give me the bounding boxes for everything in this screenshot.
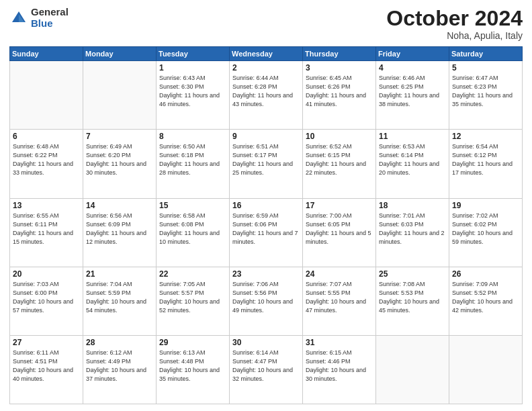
day-number: 7 — [86, 132, 153, 141]
day-cell: 31Sunrise: 6:15 AMSunset: 4:46 PMDayligh… — [303, 335, 376, 404]
day-info: Sunrise: 6:49 AMSunset: 6:20 PMDaylight:… — [86, 142, 153, 177]
day-cell: 1Sunrise: 6:43 AMSunset: 6:30 PMDaylight… — [157, 61, 230, 130]
day-number: 31 — [306, 338, 373, 347]
day-cell: 26Sunrise: 7:09 AMSunset: 5:52 PMDayligh… — [449, 267, 523, 335]
month-title: October 2024 — [386, 7, 523, 30]
day-info: Sunrise: 7:09 AMSunset: 5:52 PMDaylight:… — [452, 280, 519, 315]
header: General Blue October 2024 Noha, Apulia, … — [9, 7, 523, 41]
day-number: 29 — [159, 338, 226, 347]
day-info: Sunrise: 7:06 AMSunset: 5:56 PMDaylight:… — [232, 280, 300, 315]
day-info: Sunrise: 6:58 AMSunset: 6:08 PMDaylight:… — [159, 212, 226, 246]
day-info: Sunrise: 7:02 AMSunset: 6:02 PMDaylight:… — [452, 212, 519, 246]
logo-blue-text: Blue — [31, 18, 69, 30]
weekday-header-saturday: Saturday — [449, 47, 523, 61]
day-cell: 4Sunrise: 6:46 AMSunset: 6:25 PMDaylight… — [376, 61, 449, 130]
day-number: 25 — [379, 269, 446, 279]
day-cell: 19Sunrise: 7:02 AMSunset: 6:02 PMDayligh… — [449, 198, 523, 267]
day-cell: 17Sunrise: 7:00 AMSunset: 6:05 PMDayligh… — [303, 198, 376, 267]
day-number: 27 — [13, 338, 80, 347]
day-cell: 22Sunrise: 7:05 AMSunset: 5:57 PMDayligh… — [157, 267, 230, 335]
day-number: 3 — [306, 63, 373, 73]
day-cell: 5Sunrise: 6:47 AMSunset: 6:23 PMDaylight… — [449, 61, 523, 130]
weekday-header-row: SundayMondayTuesdayWednesdayThursdayFrid… — [10, 47, 523, 61]
day-info: Sunrise: 7:01 AMSunset: 6:03 PMDaylight:… — [379, 212, 446, 246]
weekday-header-sunday: Sunday — [10, 47, 83, 61]
day-cell: 20Sunrise: 7:03 AMSunset: 6:00 PMDayligh… — [10, 267, 83, 335]
day-number: 17 — [306, 201, 373, 210]
day-cell — [83, 61, 157, 130]
logo-general-text: General — [31, 7, 69, 18]
day-info: Sunrise: 6:15 AMSunset: 4:46 PMDaylight:… — [306, 349, 373, 383]
day-info: Sunrise: 7:07 AMSunset: 5:55 PMDaylight:… — [306, 280, 373, 315]
day-number: 14 — [86, 201, 153, 210]
day-number: 19 — [452, 201, 519, 210]
day-cell: 13Sunrise: 6:55 AMSunset: 6:11 PMDayligh… — [10, 198, 83, 267]
page: General Blue October 2024 Noha, Apulia, … — [0, 0, 532, 411]
day-cell: 12Sunrise: 6:54 AMSunset: 6:12 PMDayligh… — [449, 130, 523, 198]
day-number: 11 — [379, 132, 446, 141]
day-cell: 10Sunrise: 6:52 AMSunset: 6:15 PMDayligh… — [303, 130, 376, 198]
day-number: 22 — [159, 269, 226, 279]
day-number: 15 — [159, 201, 226, 210]
day-number: 4 — [379, 63, 446, 73]
day-number: 6 — [13, 132, 80, 141]
day-info: Sunrise: 7:08 AMSunset: 5:53 PMDaylight:… — [379, 280, 446, 315]
day-info: Sunrise: 6:54 AMSunset: 6:12 PMDaylight:… — [452, 142, 519, 177]
day-cell: 23Sunrise: 7:06 AMSunset: 5:56 PMDayligh… — [230, 267, 303, 335]
day-number: 18 — [379, 201, 446, 210]
day-cell: 16Sunrise: 6:59 AMSunset: 6:06 PMDayligh… — [230, 198, 303, 267]
day-number: 20 — [13, 269, 80, 279]
day-number: 16 — [232, 201, 300, 210]
weekday-header-wednesday: Wednesday — [230, 47, 303, 61]
day-number: 21 — [86, 269, 153, 279]
day-info: Sunrise: 6:50 AMSunset: 6:18 PMDaylight:… — [159, 142, 226, 177]
day-cell: 8Sunrise: 6:50 AMSunset: 6:18 PMDaylight… — [157, 130, 230, 198]
day-number: 10 — [306, 132, 373, 141]
title-block: October 2024 Noha, Apulia, Italy — [386, 7, 523, 41]
day-info: Sunrise: 6:44 AMSunset: 6:28 PMDaylight:… — [232, 74, 300, 109]
day-cell: 18Sunrise: 7:01 AMSunset: 6:03 PMDayligh… — [376, 198, 449, 267]
day-number: 24 — [306, 269, 373, 279]
day-number: 9 — [232, 132, 300, 141]
day-info: Sunrise: 6:59 AMSunset: 6:06 PMDaylight:… — [232, 212, 300, 246]
day-info: Sunrise: 6:13 AMSunset: 4:48 PMDaylight:… — [159, 349, 226, 383]
day-cell: 29Sunrise: 6:13 AMSunset: 4:48 PMDayligh… — [157, 335, 230, 404]
week-row-4: 20Sunrise: 7:03 AMSunset: 6:00 PMDayligh… — [10, 267, 523, 335]
day-cell: 6Sunrise: 6:48 AMSunset: 6:22 PMDaylight… — [10, 130, 83, 198]
day-cell: 2Sunrise: 6:44 AMSunset: 6:28 PMDaylight… — [230, 61, 303, 130]
day-info: Sunrise: 6:12 AMSunset: 4:49 PMDaylight:… — [86, 349, 153, 383]
day-number: 23 — [232, 269, 300, 279]
day-info: Sunrise: 6:46 AMSunset: 6:25 PMDaylight:… — [379, 74, 446, 109]
day-cell: 14Sunrise: 6:56 AMSunset: 6:09 PMDayligh… — [83, 198, 157, 267]
day-info: Sunrise: 6:47 AMSunset: 6:23 PMDaylight:… — [452, 74, 519, 109]
calendar: SundayMondayTuesdayWednesdayThursdayFrid… — [9, 46, 523, 404]
day-cell — [376, 335, 449, 404]
day-number: 5 — [452, 63, 519, 73]
location-subtitle: Noha, Apulia, Italy — [386, 30, 523, 41]
day-cell: 7Sunrise: 6:49 AMSunset: 6:20 PMDaylight… — [83, 130, 157, 198]
day-info: Sunrise: 6:43 AMSunset: 6:30 PMDaylight:… — [159, 74, 226, 109]
day-number: 13 — [13, 201, 80, 210]
logo-text: General Blue — [31, 7, 69, 29]
day-info: Sunrise: 6:52 AMSunset: 6:15 PMDaylight:… — [306, 142, 373, 177]
day-number: 8 — [159, 132, 226, 141]
day-cell: 27Sunrise: 6:11 AMSunset: 4:51 PMDayligh… — [10, 335, 83, 404]
day-cell: 21Sunrise: 7:04 AMSunset: 5:59 PMDayligh… — [83, 267, 157, 335]
day-cell: 3Sunrise: 6:45 AMSunset: 6:26 PMDaylight… — [303, 61, 376, 130]
day-info: Sunrise: 6:51 AMSunset: 6:17 PMDaylight:… — [232, 142, 300, 177]
day-number: 2 — [232, 63, 300, 73]
logo: General Blue — [9, 7, 69, 29]
day-cell — [10, 61, 83, 130]
day-info: Sunrise: 6:55 AMSunset: 6:11 PMDaylight:… — [13, 212, 80, 246]
day-info: Sunrise: 6:45 AMSunset: 6:26 PMDaylight:… — [306, 74, 373, 109]
day-info: Sunrise: 7:03 AMSunset: 6:00 PMDaylight:… — [13, 280, 80, 315]
day-number: 1 — [159, 63, 226, 73]
weekday-header-thursday: Thursday — [303, 47, 376, 61]
logo-icon — [9, 9, 28, 28]
weekday-header-tuesday: Tuesday — [157, 47, 230, 61]
day-info: Sunrise: 6:56 AMSunset: 6:09 PMDaylight:… — [86, 212, 153, 246]
weekday-header-monday: Monday — [83, 47, 157, 61]
day-cell — [449, 335, 523, 404]
day-number: 12 — [452, 132, 519, 141]
day-info: Sunrise: 6:53 AMSunset: 6:14 PMDaylight:… — [379, 142, 446, 177]
